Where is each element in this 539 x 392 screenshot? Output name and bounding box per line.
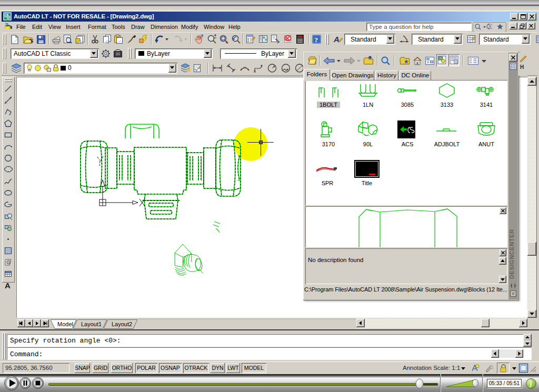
svg-text:A: A bbox=[5, 281, 11, 290]
svg-text:Layout2: Layout2 bbox=[112, 321, 132, 327]
svg-text:Layout1: Layout1 bbox=[81, 321, 102, 327]
svg-text:?: ? bbox=[315, 36, 318, 44]
svg-text:Model: Model bbox=[57, 321, 73, 327]
svg-text:A: A bbox=[333, 35, 340, 44]
